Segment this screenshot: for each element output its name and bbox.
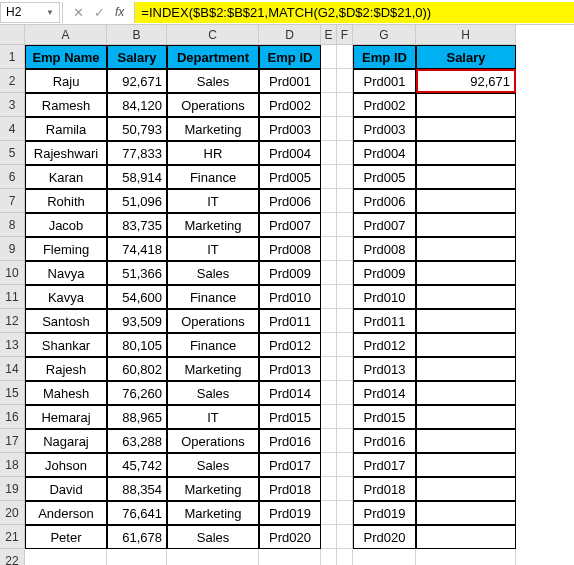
cell-F17[interactable] bbox=[337, 429, 353, 453]
cell-B8[interactable]: 83,735 bbox=[107, 213, 167, 237]
cell-D20[interactable]: Prd019 bbox=[259, 501, 321, 525]
cell-H14[interactable] bbox=[416, 357, 516, 381]
cell-B1[interactable]: Salary bbox=[107, 45, 167, 69]
cell-G21[interactable]: Prd020 bbox=[353, 525, 416, 549]
cell-C6[interactable]: Finance bbox=[167, 165, 259, 189]
cell-C20[interactable]: Marketing bbox=[167, 501, 259, 525]
cell-H4[interactable] bbox=[416, 117, 516, 141]
cell-G2[interactable]: Prd001 bbox=[353, 69, 416, 93]
cell-G18[interactable]: Prd017 bbox=[353, 453, 416, 477]
cell-H10[interactable] bbox=[416, 261, 516, 285]
cell-E18[interactable] bbox=[321, 453, 337, 477]
cell-G12[interactable]: Prd011 bbox=[353, 309, 416, 333]
cell-B7[interactable]: 51,096 bbox=[107, 189, 167, 213]
cell-F11[interactable] bbox=[337, 285, 353, 309]
row-header-17[interactable]: 17 bbox=[0, 429, 25, 453]
cell-G10[interactable]: Prd009 bbox=[353, 261, 416, 285]
cell-E9[interactable] bbox=[321, 237, 337, 261]
cell-D14[interactable]: Prd013 bbox=[259, 357, 321, 381]
cell-G17[interactable]: Prd016 bbox=[353, 429, 416, 453]
col-header-E[interactable]: E bbox=[321, 25, 337, 45]
cell-A10[interactable]: Navya bbox=[25, 261, 107, 285]
cell-A22[interactable] bbox=[25, 549, 107, 565]
cell-C11[interactable]: Finance bbox=[167, 285, 259, 309]
cell-C21[interactable]: Sales bbox=[167, 525, 259, 549]
cell-C1[interactable]: Department bbox=[167, 45, 259, 69]
cell-C19[interactable]: Marketing bbox=[167, 477, 259, 501]
cell-D4[interactable]: Prd003 bbox=[259, 117, 321, 141]
cell-A13[interactable]: Shankar bbox=[25, 333, 107, 357]
cell-G13[interactable]: Prd012 bbox=[353, 333, 416, 357]
cell-H9[interactable] bbox=[416, 237, 516, 261]
cell-A21[interactable]: Peter bbox=[25, 525, 107, 549]
cell-G16[interactable]: Prd015 bbox=[353, 405, 416, 429]
cell-E12[interactable] bbox=[321, 309, 337, 333]
cell-D16[interactable]: Prd015 bbox=[259, 405, 321, 429]
cell-G20[interactable]: Prd019 bbox=[353, 501, 416, 525]
cell-G14[interactable]: Prd013 bbox=[353, 357, 416, 381]
cell-H17[interactable] bbox=[416, 429, 516, 453]
cell-H8[interactable] bbox=[416, 213, 516, 237]
cell-F2[interactable] bbox=[337, 69, 353, 93]
row-header-11[interactable]: 11 bbox=[0, 285, 25, 309]
cell-F9[interactable] bbox=[337, 237, 353, 261]
formula-input[interactable]: =INDEX($B$2:$B$21,MATCH(G2,$D$2:$D$21,0)… bbox=[135, 2, 574, 23]
cell-F7[interactable] bbox=[337, 189, 353, 213]
cell-B5[interactable]: 77,833 bbox=[107, 141, 167, 165]
cell-E14[interactable] bbox=[321, 357, 337, 381]
cell-F20[interactable] bbox=[337, 501, 353, 525]
cell-C18[interactable]: Sales bbox=[167, 453, 259, 477]
cell-D21[interactable]: Prd020 bbox=[259, 525, 321, 549]
cell-D12[interactable]: Prd011 bbox=[259, 309, 321, 333]
cell-H6[interactable] bbox=[416, 165, 516, 189]
cell-C17[interactable]: Operations bbox=[167, 429, 259, 453]
cell-D5[interactable]: Prd004 bbox=[259, 141, 321, 165]
col-header-H[interactable]: H bbox=[416, 25, 516, 45]
cell-E13[interactable] bbox=[321, 333, 337, 357]
cell-D15[interactable]: Prd014 bbox=[259, 381, 321, 405]
cell-A18[interactable]: Johson bbox=[25, 453, 107, 477]
cell-G11[interactable]: Prd010 bbox=[353, 285, 416, 309]
cell-B9[interactable]: 74,418 bbox=[107, 237, 167, 261]
cell-F1[interactable] bbox=[337, 45, 353, 69]
cell-D7[interactable]: Prd006 bbox=[259, 189, 321, 213]
cell-E21[interactable] bbox=[321, 525, 337, 549]
row-header-22[interactable]: 22 bbox=[0, 549, 25, 565]
row-header-9[interactable]: 9 bbox=[0, 237, 25, 261]
col-header-C[interactable]: C bbox=[167, 25, 259, 45]
cell-A12[interactable]: Santosh bbox=[25, 309, 107, 333]
row-header-18[interactable]: 18 bbox=[0, 453, 25, 477]
cell-H18[interactable] bbox=[416, 453, 516, 477]
cell-C14[interactable]: Marketing bbox=[167, 357, 259, 381]
cell-C16[interactable]: IT bbox=[167, 405, 259, 429]
cell-D17[interactable]: Prd016 bbox=[259, 429, 321, 453]
cell-E16[interactable] bbox=[321, 405, 337, 429]
row-header-20[interactable]: 20 bbox=[0, 501, 25, 525]
cell-F14[interactable] bbox=[337, 357, 353, 381]
cell-B11[interactable]: 54,600 bbox=[107, 285, 167, 309]
cell-H16[interactable] bbox=[416, 405, 516, 429]
row-header-8[interactable]: 8 bbox=[0, 213, 25, 237]
cell-C13[interactable]: Finance bbox=[167, 333, 259, 357]
cell-D18[interactable]: Prd017 bbox=[259, 453, 321, 477]
cell-B15[interactable]: 76,260 bbox=[107, 381, 167, 405]
cell-B14[interactable]: 60,802 bbox=[107, 357, 167, 381]
cell-E20[interactable] bbox=[321, 501, 337, 525]
row-header-15[interactable]: 15 bbox=[0, 381, 25, 405]
cell-H7[interactable] bbox=[416, 189, 516, 213]
cell-F3[interactable] bbox=[337, 93, 353, 117]
cell-H3[interactable] bbox=[416, 93, 516, 117]
cell-A3[interactable]: Ramesh bbox=[25, 93, 107, 117]
cell-G4[interactable]: Prd003 bbox=[353, 117, 416, 141]
cell-H13[interactable] bbox=[416, 333, 516, 357]
row-header-10[interactable]: 10 bbox=[0, 261, 25, 285]
row-header-14[interactable]: 14 bbox=[0, 357, 25, 381]
row-header-5[interactable]: 5 bbox=[0, 141, 25, 165]
check-icon[interactable]: ✓ bbox=[94, 5, 105, 20]
cell-E6[interactable] bbox=[321, 165, 337, 189]
cell-D8[interactable]: Prd007 bbox=[259, 213, 321, 237]
col-header-A[interactable]: A bbox=[25, 25, 107, 45]
cell-D2[interactable]: Prd001 bbox=[259, 69, 321, 93]
cell-E15[interactable] bbox=[321, 381, 337, 405]
cell-B3[interactable]: 84,120 bbox=[107, 93, 167, 117]
